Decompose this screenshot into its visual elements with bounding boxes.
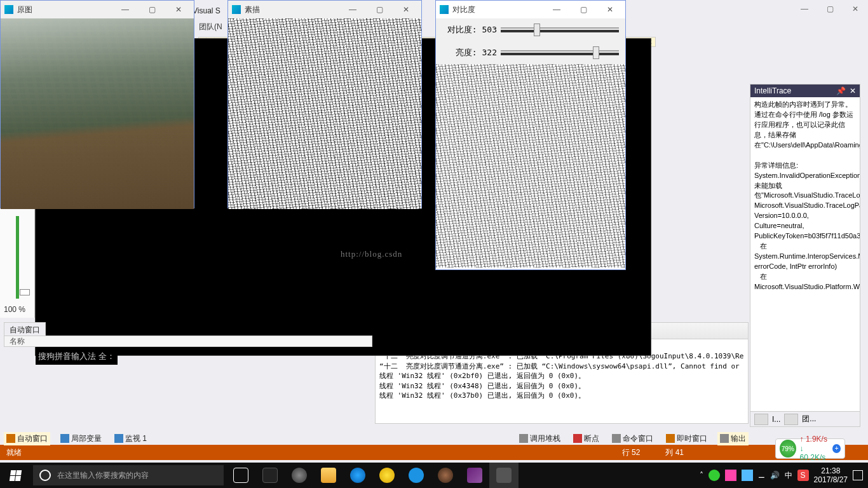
system-tray: ˄ ⚊ 🔊 中 S 21:38 2017/8/27 [700,466,868,485]
notifications-icon[interactable] [853,470,863,480]
close-button[interactable]: ✕ [395,5,417,14]
network-speed-widget[interactable]: 79% ↑ 1.9K/s ↓ 60.2K/s + [775,438,845,459]
brightness-label: 亮度: 322 [442,47,497,58]
opencv-icon [440,5,449,14]
min-button[interactable]: — [114,5,137,14]
close-button[interactable]: ✕ [599,5,621,14]
window-title: 原图 [17,4,110,15]
app-icon-active[interactable] [489,463,519,488]
bottom-tool-tabs: 自动窗口 局部变量 监视 1 调用堆栈 断点 命令窗口 即时窗口 输出 [4,432,749,445]
tab-auto-window[interactable]: 自动窗口 [4,432,50,445]
status-bar: 就绪 行 52 列 41 [0,445,868,460]
vs-menu-team[interactable]: 团队(N [199,22,222,32]
close-button[interactable]: ✕ [167,5,190,14]
ime-indicator[interactable]: 中 [785,470,792,481]
intellitrace-panel: IntelliTrace 📌✕ 构造此帧的内容时遇到了异常。通过在命令行中使用 … [750,84,860,427]
contrast-thumb[interactable] [534,24,540,36]
tab-immediate[interactable]: 即时窗口 [663,432,710,445]
original-image [1,18,194,209]
contrast-image [436,64,625,268]
brightness-thumb[interactable] [593,46,599,59]
clock[interactable]: 21:38 2017/8/27 [814,466,848,485]
it-tab-label1[interactable]: I... [772,415,780,424]
search-placeholder: 在这里输入你要搜索的内容 [57,470,149,481]
download-speed: ↓ 60.2K/s [800,444,829,463]
zoom-fill [16,216,19,299]
app-icon[interactable] [402,463,431,488]
volume-icon[interactable]: 🔊 [770,471,780,480]
watermark-text: http://blog.csdn [341,249,402,259]
it-tab-2[interactable] [784,414,798,425]
status-line: 行 52 [622,447,641,458]
brightness-slider[interactable] [501,50,619,55]
clock-date: 2017/8/27 [814,475,848,484]
clock-time: 21:38 [814,466,848,475]
cortana-icon [39,470,51,481]
close-icon[interactable]: ✕ [850,86,856,95]
task-view-button[interactable] [226,463,255,488]
tab-command[interactable]: 命令窗口 [609,432,656,445]
min-button[interactable]: — [545,5,568,14]
window-original[interactable]: 原图 — ▢ ✕ [0,0,194,208]
it-tab-label2[interactable]: 团... [802,414,816,424]
auto-window-columns: 名称 [4,336,372,347]
tab-callstack[interactable]: 调用堆栈 [517,432,563,445]
max-button[interactable]: ▢ [572,5,595,14]
sogou-icon[interactable]: S [797,470,809,481]
windows-logo-icon [9,470,21,481]
intellitrace-body[interactable]: 构造此帧的内容时遇到了异常。通过在命令行中使用 /log 参数运行应用程序，也可… [750,97,860,411]
it-tab-1[interactable] [754,414,768,425]
app-icon[interactable] [255,463,285,488]
tab-breakpoints[interactable]: 断点 [571,432,602,445]
cpu-badge: 79% [780,440,796,458]
ime-composition: 搜狗拼音输入法 全： [36,348,118,365]
window-title: 对比度 [452,4,541,15]
vs-max-button[interactable]: ▢ [817,0,843,18]
sketch-image [228,18,421,209]
zoom-label: 100 % [4,305,25,314]
contrast-slider[interactable] [501,27,619,32]
opencv-icon [232,5,241,14]
zoom-thumb[interactable] [20,289,30,295]
status-col: 列 41 [665,447,684,458]
max-button[interactable]: ▢ [368,5,391,14]
tab-locals[interactable]: 局部变量 [58,432,104,445]
visual-studio-icon[interactable] [460,463,489,488]
right-strip [860,18,868,430]
pin-icon[interactable]: 📌 [836,86,846,95]
status-ready: 就绪 [6,447,22,458]
tray-icon[interactable] [725,470,736,481]
vs-min-button[interactable]: — [792,0,817,18]
window-contrast[interactable]: 对比度 — ▢ ✕ 对比度: 503 亮度: 322 [435,0,626,270]
qq-browser-icon[interactable] [343,463,372,488]
tray-icon[interactable] [709,470,720,481]
vs-close-button[interactable]: ✕ [843,0,868,18]
max-button[interactable]: ▢ [140,5,163,14]
taskbar-search[interactable]: 在这里输入你要搜索的内容 [33,465,224,485]
tray-up-icon[interactable]: ˄ [700,471,703,480]
taskbar: 在这里输入你要搜索的内容 ˄ ⚊ 🔊 中 S 21:38 2017/8/27 [0,463,868,488]
window-title: 素描 [245,4,337,15]
app-icon[interactable] [285,463,314,488]
upload-speed: ↑ 1.9K/s [800,435,829,444]
tab-output[interactable]: 输出 [717,432,749,445]
tab-watch[interactable]: 监视 1 [112,432,149,445]
plus-icon[interactable]: + [832,444,841,453]
file-explorer-icon[interactable] [314,463,343,488]
min-button[interactable]: — [341,5,364,14]
contrast-label: 对比度: 503 [442,24,497,36]
network-icon[interactable]: ⚊ [758,471,765,480]
start-button[interactable] [0,463,31,488]
app-icon[interactable] [372,463,402,488]
window-sketch[interactable]: 素描 — ▢ ✕ [227,0,422,208]
app-icon[interactable] [431,463,460,488]
intellitrace-title: IntelliTrace [754,86,791,95]
tray-icon[interactable] [742,470,753,481]
opencv-icon [4,5,13,14]
